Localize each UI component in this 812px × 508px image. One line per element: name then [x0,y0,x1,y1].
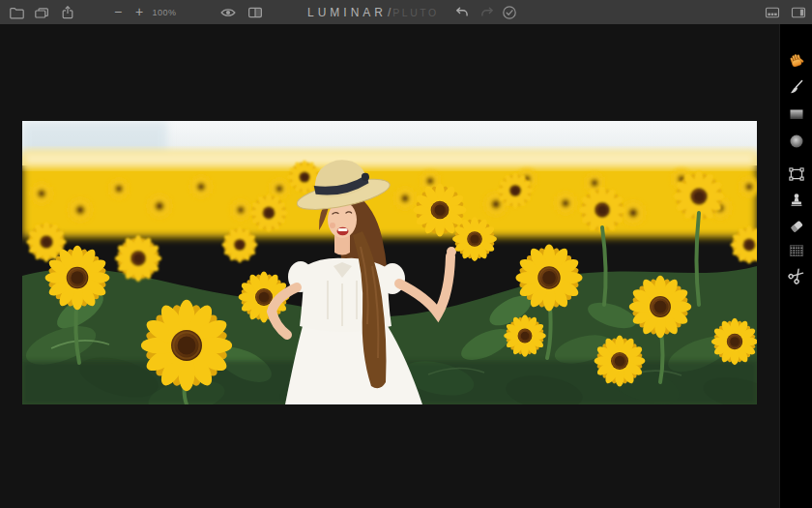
tool-sidebar [779,24,812,508]
hand-icon [788,51,805,69]
plus-icon: + [132,0,146,24]
sunflower-photo [22,121,757,404]
export-icon [60,5,75,20]
redo-icon [479,5,495,20]
sunflower-field-blur [22,150,757,237]
scissors-icon [788,267,805,284]
brush-icon [788,78,805,96]
app-title-slash: / [388,6,391,19]
folder-icon [9,5,24,20]
photo-canvas[interactable] [22,121,757,404]
eraser-tool-button[interactable] [780,213,812,238]
toolbar: − + 100% LUMINAR / PLUTO [0,0,812,24]
hand-tool-button[interactable] [780,47,812,73]
halftone-icon [788,242,805,259]
side-panel-button[interactable] [790,0,806,24]
open-folder-button[interactable] [8,0,24,24]
radial-gradient-tool-button[interactable] [780,129,812,154]
cut-tool-button[interactable] [780,263,812,288]
brush-tool-button[interactable] [780,75,812,100]
zoom-in-button[interactable]: + [131,0,147,24]
photos-library-button[interactable] [33,0,49,24]
transform-icon [788,165,805,183]
zoom-level[interactable]: 100% [152,0,177,24]
preview-button[interactable] [219,0,237,24]
compare-button[interactable] [246,0,264,24]
eraser-icon [788,217,805,234]
export-button[interactable] [59,0,75,24]
side-panel-icon [791,5,806,20]
eye-icon [220,5,236,20]
checkmark-icon [502,5,517,20]
editor-canvas [0,24,779,508]
transform-tool-button[interactable] [780,162,812,187]
zoom-level-label: 100% [152,8,176,17]
photos-stack-icon [34,5,49,20]
apply-button[interactable] [501,0,518,24]
denoise-tool-button[interactable] [780,238,812,263]
gradient-icon [788,105,805,123]
gradient-tool-button[interactable] [780,102,812,127]
radial-gradient-icon [788,133,805,150]
undo-button[interactable] [453,0,471,24]
split-view-icon [247,5,263,20]
filters-panel-button[interactable] [764,0,780,24]
app-title-luminar: LUMINAR [307,6,387,19]
minus-icon: − [111,0,125,24]
stamp-icon [788,192,805,209]
app-title-edition: PLUTO [392,7,438,18]
zoom-out-button[interactable]: − [110,0,126,24]
bottom-panel-icon [765,5,780,20]
undo-icon [454,5,470,20]
app-title: LUMINAR / PLUTO [307,0,439,24]
redo-button[interactable] [478,0,496,24]
luminar-window: − + 100% LUMINAR / PLUTO [0,0,812,508]
clone-stamp-tool-button[interactable] [780,188,812,213]
